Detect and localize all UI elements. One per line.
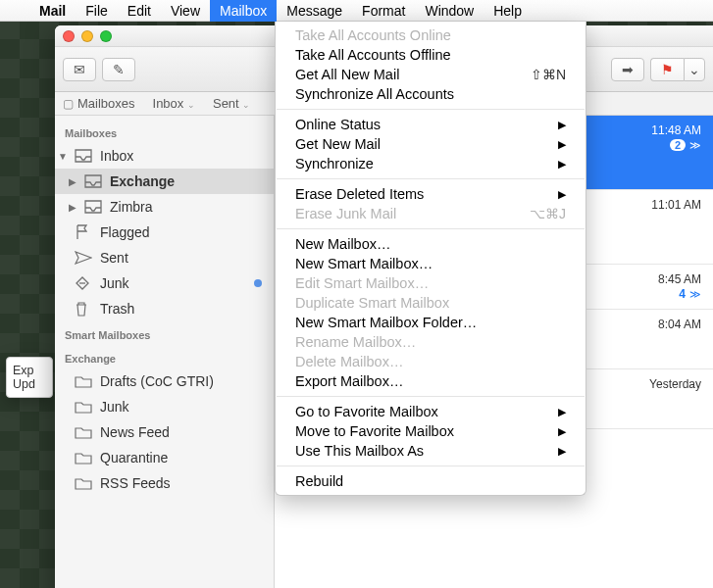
sidebar-item-news-feed[interactable]: News Feed — [55, 419, 274, 445]
message-time: 11:01 AM — [651, 198, 701, 212]
junk-icon — [75, 275, 94, 291]
trash-icon — [75, 301, 94, 317]
sidebar-item-label: Flagged — [100, 224, 266, 240]
menu-item[interactable]: Get New Mail▶ — [276, 134, 586, 154]
menu-item[interactable]: Rebuild — [276, 471, 586, 491]
menu-item[interactable]: Export Mailbox… — [276, 371, 586, 391]
flag-segment: ⚑ ⌄ — [650, 58, 705, 81]
inbox-icon — [84, 174, 104, 188]
menu-shortcut: ⌥⌘J — [530, 206, 566, 221]
menu-item[interactable]: New Smart Mailbox Folder… — [276, 313, 586, 332]
menu-item-label: Export Mailbox… — [295, 373, 403, 389]
menu-item-label: Duplicate Smart Mailbox — [295, 295, 449, 311]
menu-item[interactable]: New Mailbox… — [276, 234, 586, 254]
sidebar-item-flagged[interactable]: Flagged — [55, 220, 274, 245]
menubar: Mail FileEditViewMailboxMessageFormatWin… — [0, 0, 713, 22]
chevron-down-icon: ⌄ — [688, 62, 700, 77]
sidebar-item-rss-feeds[interactable]: RSS Feeds — [55, 470, 274, 496]
menu-edit[interactable]: Edit — [118, 0, 161, 22]
menu-item[interactable]: Go to Favorite Mailbox▶ — [276, 402, 586, 421]
sidebar-item-label: Trash — [100, 301, 266, 317]
folder-icon — [75, 451, 94, 465]
menu-separator — [277, 109, 585, 110]
compose-button[interactable]: ✎ — [102, 58, 135, 81]
menu-item-label: Synchronize All Accounts — [295, 86, 454, 102]
message-time: 8:04 AM — [658, 318, 701, 331]
menu-separator — [277, 466, 585, 466]
panel-icon: ▢ — [63, 97, 74, 111]
menu-view[interactable]: View — [161, 0, 210, 22]
menu-item-label: Rebuild — [295, 473, 343, 489]
menu-item[interactable]: Get All New Mail⇧⌘N — [276, 65, 586, 84]
thread-arrow-icon: ≫ — [689, 288, 701, 300]
sidebar-item-zimbra[interactable]: ▶Zimbra — [55, 194, 274, 220]
flag-icon — [75, 224, 94, 240]
menu-item[interactable]: Online Status▶ — [276, 115, 586, 134]
menu-file[interactable]: File — [76, 0, 118, 22]
fav-inbox[interactable]: Inbox ⌄ — [153, 96, 195, 111]
menu-item: Erase Junk Mail⌥⌘J — [276, 204, 586, 223]
menu-shortcut: ⇧⌘N — [531, 67, 566, 82]
folder-icon — [75, 400, 94, 414]
sidebar-item-label: News Feed — [100, 424, 266, 440]
sidebar-item-quarantine[interactable]: Quarantine — [55, 445, 274, 470]
menu-item[interactable]: Move to Favorite Mailbox▶ — [276, 421, 586, 441]
message-time: 11:48 AM — [651, 123, 701, 137]
disclosure-triangle-icon[interactable]: ▶ — [67, 202, 78, 213]
menu-message[interactable]: Message — [277, 0, 352, 22]
sidebar-item-exchange[interactable]: ▶Exchange — [55, 169, 274, 194]
minimize-button[interactable] — [81, 30, 93, 42]
menu-item-label: Synchronize — [295, 156, 374, 172]
submenu-arrow-icon: ▶ — [558, 406, 566, 418]
background-window: Exp Upd — [6, 357, 53, 398]
menu-help[interactable]: Help — [484, 0, 532, 22]
menu-item[interactable]: Synchronize All Accounts — [276, 84, 586, 104]
menu-item: Rename Mailbox… — [276, 332, 586, 352]
menu-item[interactable]: Synchronize▶ — [276, 154, 586, 173]
menu-item-label: Take All Accounts Offline — [295, 47, 451, 63]
thread-count: 2 — [670, 139, 686, 151]
inbox-icon — [84, 200, 104, 214]
sidebar-item-label: Drafts (CoC GTRI) — [100, 373, 266, 389]
menu-format[interactable]: Format — [352, 0, 415, 22]
menu-item: Delete Mailbox… — [276, 352, 586, 371]
sidebar-section-header: Exchange — [55, 345, 274, 368]
folder-icon — [75, 476, 94, 490]
sidebar-item-trash[interactable]: Trash — [55, 296, 274, 321]
disclosure-triangle-icon[interactable]: ▼ — [57, 151, 69, 162]
menu-item[interactable]: New Smart Mailbox… — [276, 254, 586, 273]
sidebar-item-junk[interactable]: Junk — [55, 270, 274, 296]
menu-item-label: New Mailbox… — [295, 236, 391, 252]
menu-app[interactable]: Mail — [29, 0, 76, 22]
menu-mailbox[interactable]: Mailbox — [210, 0, 277, 22]
menu-item: Edit Smart Mailbox… — [276, 273, 586, 293]
folder-icon — [75, 425, 94, 439]
flag-button[interactable]: ⚑ — [650, 58, 684, 81]
message-time: 8:45 AM — [658, 272, 701, 286]
menu-item[interactable]: Use This Mailbox As▶ — [276, 441, 586, 461]
get-mail-button[interactable]: ✉︎ — [63, 58, 96, 81]
disclosure-triangle-icon[interactable]: ▶ — [67, 176, 78, 187]
sidebar-item-drafts-coc-gtri-[interactable]: Drafts (CoC GTRI) — [55, 368, 274, 394]
flag-dropdown-button[interactable]: ⌄ — [684, 58, 705, 81]
menu-item-label: Get New Mail — [295, 136, 381, 152]
folder-icon — [75, 374, 94, 388]
sidebar-item-junk[interactable]: Junk — [55, 394, 274, 419]
zoom-button[interactable] — [100, 30, 112, 42]
mailboxes-toggle[interactable]: ▢Mailboxes — [63, 96, 135, 111]
sidebar-item-inbox[interactable]: ▼Inbox — [55, 143, 274, 169]
menu-item[interactable]: Take All Accounts Offline — [276, 45, 586, 65]
menu-item-label: Delete Mailbox… — [295, 354, 403, 369]
menu-window[interactable]: Window — [415, 0, 484, 22]
sidebar-item-label: Exchange — [110, 173, 266, 189]
menu-separator — [277, 178, 585, 179]
sidebar-item-sent[interactable]: Sent — [55, 245, 274, 270]
menu-item-label: New Smart Mailbox Folder… — [295, 315, 477, 330]
submenu-arrow-icon: ▶ — [558, 445, 566, 458]
menu-item[interactable]: Erase Deleted Items▶ — [276, 184, 586, 204]
fav-sent[interactable]: Sent ⌄ — [213, 96, 250, 111]
close-button[interactable] — [63, 30, 75, 42]
mailbox-menu-dropdown: Take All Accounts OnlineTake All Account… — [275, 22, 586, 496]
forward-button[interactable]: ➡︎ — [611, 58, 644, 81]
menu-separator — [277, 228, 585, 229]
